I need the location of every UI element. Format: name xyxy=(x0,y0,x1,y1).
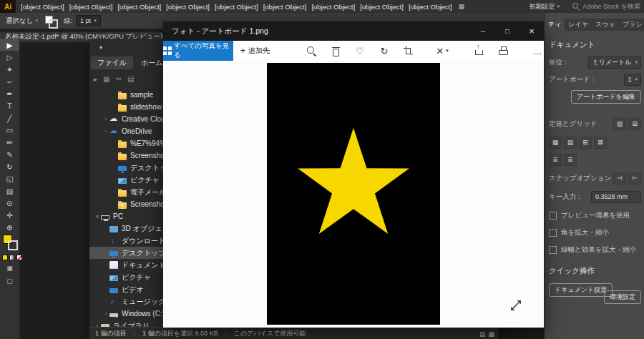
checkbox-row[interactable]: 角を拡大・縮小 xyxy=(549,226,641,239)
stroke-color-swatch[interactable] xyxy=(8,240,18,250)
gradient-mode-icon[interactable] xyxy=(9,255,15,260)
checkbox-row[interactable]: 線幅と効果を拡大・縮小 xyxy=(549,243,641,256)
cut-icon[interactable]: ✂ xyxy=(115,75,121,83)
rotate-icon[interactable]: ↻ xyxy=(374,41,395,60)
panel-tab[interactable]: レイヤ xyxy=(565,19,592,31)
checkbox-row[interactable]: プレビュー境界を使用 xyxy=(549,209,641,222)
hand-tool[interactable]: ✛ xyxy=(0,209,19,221)
grid-icons: ▦▤⊞⊠ xyxy=(549,137,607,149)
show-grid-icon[interactable]: ⊞ xyxy=(628,118,641,130)
details-view-icon[interactable]: ▤ xyxy=(479,330,486,338)
lasso-tool[interactable]: ∽ xyxy=(0,75,19,87)
panel-tab[interactable]: ブラシ xyxy=(619,19,644,31)
crop-icon[interactable] xyxy=(398,41,419,60)
thumbnail-view-icon[interactable]: ▦ xyxy=(488,330,494,338)
menu-item[interactable]: [object Object] xyxy=(263,3,307,11)
none-mode-icon[interactable] xyxy=(16,255,22,260)
share-icon[interactable] xyxy=(468,41,489,60)
tree-item-icon xyxy=(109,313,118,317)
expand-chevron-icon[interactable]: ∨ xyxy=(94,213,101,220)
close-button[interactable]: × xyxy=(519,21,544,41)
favorite-icon[interactable]: ♡ xyxy=(349,41,371,60)
copy-icon[interactable]: ▦ xyxy=(103,75,109,83)
fullscreen-expand-icon[interactable] xyxy=(509,299,522,312)
preferences-button[interactable]: 環境設定 xyxy=(604,290,641,304)
type-tool[interactable]: T xyxy=(0,99,19,112)
chevron-down-icon[interactable]: ▾ xyxy=(99,44,102,51)
pin-quick-access-icon[interactable]: ▸ xyxy=(94,75,97,83)
scale-tool[interactable]: ◱ xyxy=(0,172,19,185)
ribbon-tab[interactable]: ファイル xyxy=(91,56,133,69)
panel-tab[interactable]: ティ xyxy=(545,19,565,31)
paste-icon[interactable]: ▤ xyxy=(127,75,134,83)
tree-item-icon xyxy=(109,115,118,124)
document-section: ドキュメント xyxy=(549,39,641,51)
menu-item[interactable]: [object Object] xyxy=(117,3,161,11)
checkbox[interactable] xyxy=(549,229,557,237)
menu-item[interactable]: [object Object] xyxy=(21,3,64,11)
zoom-tool[interactable]: ⊕ xyxy=(0,221,19,233)
screen-mode-icon[interactable]: ▢ xyxy=(0,277,19,285)
workspace-switcher[interactable]: 初期設定 ▾ xyxy=(529,0,560,13)
transparency-grid-icon[interactable]: ▦ xyxy=(549,137,562,149)
menu-item[interactable]: [object Object] xyxy=(215,3,258,11)
expand-chevron-icon[interactable]: › xyxy=(102,310,109,317)
tree-item-icon xyxy=(118,154,127,160)
print-icon[interactable] xyxy=(492,41,514,60)
edit-artboard-button[interactable]: アートボードを編集 xyxy=(571,90,641,104)
paste-remembers-layers-icon[interactable]: ≣ xyxy=(564,154,577,166)
paste-options-icon[interactable]: ≣ xyxy=(549,154,562,166)
maximize-button[interactable]: □ xyxy=(495,21,519,41)
menu-item[interactable]: [object Object] xyxy=(409,3,452,11)
add-to-button[interactable]: + 追加先 xyxy=(240,41,270,61)
pen-tool[interactable]: ✒ xyxy=(0,87,19,99)
menu-item[interactable]: [object Object] xyxy=(360,3,404,11)
line-segment-tool[interactable]: ╱ xyxy=(0,112,19,124)
stock-search[interactable]: Adobe Stock を検索 xyxy=(572,0,640,13)
checkbox[interactable] xyxy=(549,212,557,220)
photos-titlebar[interactable]: フォト - アートボード 1.png ─□× xyxy=(163,21,544,41)
selection-status[interactable]: 選択なし ▾ xyxy=(6,16,38,26)
delete-icon[interactable] xyxy=(325,41,346,60)
arrange-documents-icon[interactable]: ▦ xyxy=(459,3,465,10)
edit-draw-icon[interactable]: ✕ ▾ xyxy=(429,41,455,60)
key-input-field[interactable]: 0.3528 mm xyxy=(591,191,641,203)
snap-pixel-icon[interactable]: ⊠ xyxy=(594,137,607,149)
fill-stroke-swatches[interactable] xyxy=(45,15,57,26)
eyedropper-tool[interactable]: ⊙ xyxy=(0,197,19,209)
snap-to-point-icon[interactable]: ⊣ xyxy=(613,172,626,185)
tree-item-icon xyxy=(109,275,118,281)
see-all-photos-button[interactable]: すべての写真を見る xyxy=(163,41,233,61)
panel-tab[interactable]: スウォ xyxy=(592,19,619,31)
menu-item[interactable]: [object Object] xyxy=(69,3,113,11)
rotate-tool[interactable]: ↻ xyxy=(0,160,19,172)
expand-chevron-icon[interactable]: › xyxy=(102,116,109,122)
gradient-tool[interactable]: ▤ xyxy=(0,185,19,197)
photo-image[interactable] xyxy=(267,63,440,325)
draw-mode-icon[interactable]: ▣ xyxy=(0,265,19,272)
artboard-grid-icon[interactable]: ▤ xyxy=(564,137,577,149)
menu-item[interactable]: [object Object] xyxy=(166,3,210,11)
zoom-icon[interactable] xyxy=(301,41,322,60)
magic-wand-tool[interactable]: ✦ xyxy=(0,63,19,75)
artboard-row: アートボード : 1 ▾ xyxy=(549,73,641,86)
menu-item[interactable]: [object Object] xyxy=(311,3,355,11)
more-icon[interactable]: … xyxy=(527,41,548,60)
expand-chevron-icon[interactable]: › xyxy=(102,128,109,134)
show-rulers-icon[interactable]: ▥ xyxy=(613,118,626,130)
unit-dropdown[interactable]: ミリメートル ▾ xyxy=(588,56,641,69)
rectangle-tool[interactable]: ▭ xyxy=(0,124,19,136)
checkbox[interactable] xyxy=(549,246,557,254)
snap-grid-icon[interactable]: ⊞ xyxy=(579,137,592,149)
pencil-tool[interactable]: ✎ xyxy=(0,148,19,160)
minimize-button[interactable]: ─ xyxy=(471,21,495,41)
photo-grid-icon xyxy=(163,46,172,55)
stroke-weight-dropdown[interactable]: 1 pt ▾ xyxy=(76,15,101,26)
snap-to-glyph-icon[interactable]: ⊢ xyxy=(628,172,641,185)
artboard-dropdown[interactable]: 1 ▾ xyxy=(624,74,641,86)
direct-selection-tool[interactable]: ▷ xyxy=(0,51,19,63)
paintbrush-tool[interactable]: ✏ xyxy=(0,136,19,148)
stroke-swatch[interactable] xyxy=(49,19,58,29)
color-mode-icon[interactable] xyxy=(2,255,8,260)
selection-tool[interactable]: ▶ xyxy=(0,39,19,51)
